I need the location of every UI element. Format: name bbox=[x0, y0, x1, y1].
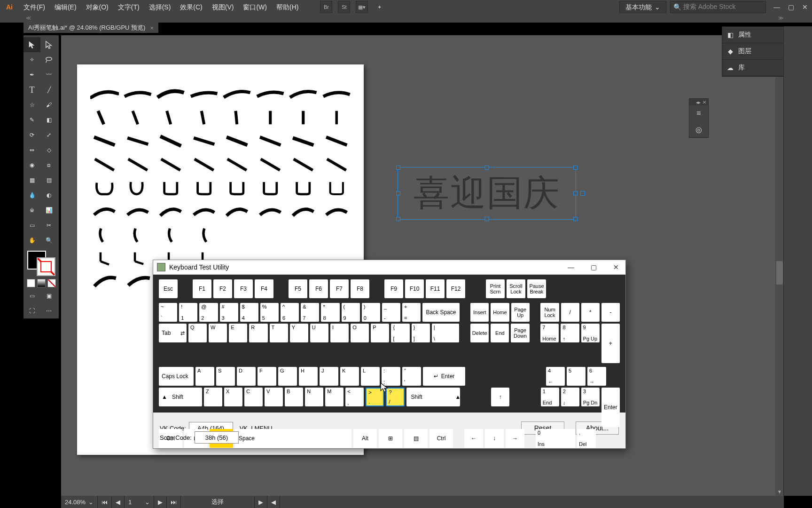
edit-toolbar[interactable]: ⋯ bbox=[40, 303, 57, 318]
lasso-tool[interactable] bbox=[40, 52, 57, 67]
shaper-tool[interactable]: ✎ bbox=[23, 112, 40, 127]
key-f12[interactable]: F12 bbox=[446, 279, 465, 298]
key-home[interactable]: Home bbox=[491, 303, 509, 322]
key-space[interactable]: Space bbox=[235, 429, 351, 448]
key-9[interactable]: (9 bbox=[342, 303, 360, 322]
bridge-icon[interactable]: Br bbox=[320, 1, 332, 13]
key-w[interactable]: W bbox=[209, 324, 227, 342]
hand-tool[interactable]: ✋ bbox=[23, 233, 40, 248]
key-e[interactable]: E bbox=[229, 324, 247, 342]
stock-icon[interactable]: St bbox=[338, 1, 350, 13]
window-close-button[interactable]: ✕ bbox=[798, 2, 812, 12]
key-enter[interactable]: ↵Enter bbox=[423, 367, 465, 386]
fill-stroke-swatch[interactable] bbox=[27, 251, 55, 276]
key-minus[interactable]: _- bbox=[382, 303, 400, 322]
eyedropper-tool[interactable]: 💧 bbox=[23, 188, 40, 203]
kbd-maximize-button[interactable]: ▢ bbox=[584, 261, 603, 274]
panel-layers[interactable]: ◆图层 bbox=[722, 43, 783, 60]
key-b[interactable]: B bbox=[285, 388, 303, 406]
key-bracket-left[interactable]: {[ bbox=[391, 324, 409, 342]
zoom-tool[interactable]: 🔍 bbox=[40, 233, 57, 248]
key-menu[interactable]: ▤ bbox=[404, 429, 428, 448]
workspace-dropdown[interactable]: 基本功能⌄ bbox=[619, 1, 666, 13]
key-backspace[interactable]: Back Space bbox=[422, 303, 459, 322]
key-scrolllock[interactable]: Scroll Lock bbox=[507, 279, 525, 298]
key-printscreen[interactable]: Print Scrn bbox=[486, 279, 505, 298]
key-numpad-9[interactable]: 9Pg Up bbox=[581, 324, 600, 342]
key-i[interactable]: I bbox=[330, 324, 349, 342]
gpu-icon[interactable]: ✦ bbox=[374, 1, 385, 13]
artboard-nav-next[interactable]: ▶ bbox=[154, 496, 167, 508]
key-pause[interactable]: Pause Break bbox=[527, 279, 546, 298]
menu-object[interactable]: 对象(O) bbox=[81, 0, 113, 14]
line-tool[interactable]: ╱ bbox=[40, 82, 57, 97]
color-mode-none[interactable] bbox=[47, 279, 56, 287]
key-c[interactable]: C bbox=[244, 388, 263, 406]
panel-libraries[interactable]: ☁库 bbox=[722, 60, 783, 76]
selection-handle[interactable] bbox=[396, 217, 400, 221]
key-arrow-left[interactable]: ← bbox=[464, 429, 483, 448]
document-tab-close-icon[interactable]: × bbox=[150, 24, 154, 32]
key-6[interactable]: ^6 bbox=[281, 303, 299, 322]
key-tab[interactable]: Tab⇄ bbox=[159, 324, 187, 342]
key-numlock[interactable]: Num Lock bbox=[540, 303, 559, 322]
menu-edit[interactable]: 编辑(E) bbox=[50, 0, 81, 14]
panel-properties[interactable]: ◧属性 bbox=[722, 27, 783, 43]
key-3[interactable]: #3 bbox=[220, 303, 238, 322]
key-period[interactable]: >. bbox=[366, 388, 384, 406]
shape-builder-tool[interactable]: ◉ bbox=[23, 158, 40, 173]
key-numpad-6[interactable]: 6→ bbox=[587, 367, 606, 386]
key-4[interactable]: $4 bbox=[240, 303, 258, 322]
key-y[interactable]: Y bbox=[290, 324, 308, 342]
chevron-right-icon[interactable]: ≫ bbox=[778, 15, 784, 21]
rotate-tool[interactable]: ⟳ bbox=[23, 127, 40, 143]
zoom-dropdown[interactable]: 24.08%⌄ bbox=[61, 496, 98, 508]
selected-text-object[interactable]: 喜迎国庆 bbox=[398, 167, 576, 220]
key-right-alt[interactable]: Alt bbox=[353, 429, 377, 448]
key-numpad-5[interactable]: 5 bbox=[567, 367, 586, 386]
key-f10[interactable]: F10 bbox=[405, 279, 424, 298]
menu-effect[interactable]: 效果(C) bbox=[175, 0, 207, 14]
eraser-tool[interactable]: ◧ bbox=[40, 112, 57, 127]
type-tool[interactable]: T bbox=[23, 82, 40, 97]
selection-handle[interactable] bbox=[485, 166, 489, 170]
stroke-swatch[interactable] bbox=[37, 257, 55, 276]
key-8[interactable]: *8 bbox=[321, 303, 339, 322]
key-h[interactable]: H bbox=[299, 367, 318, 386]
free-transform-tool[interactable]: ◇ bbox=[40, 143, 57, 158]
key-numpad-4[interactable]: 4← bbox=[546, 367, 565, 386]
key-f7[interactable]: F7 bbox=[330, 279, 349, 298]
text-out-port[interactable] bbox=[580, 191, 585, 196]
kbd-titlebar[interactable]: Keyboard Test Utility — ▢ ✕ bbox=[153, 260, 625, 275]
draw-mode-normal[interactable]: ▭ bbox=[23, 288, 40, 303]
scale-tool[interactable]: ⤢ bbox=[40, 127, 57, 143]
key-numpad-0[interactable]: 0Ins bbox=[536, 429, 575, 448]
selection-tool[interactable] bbox=[23, 37, 40, 52]
key-numpad-decimal[interactable]: .Del bbox=[577, 429, 596, 448]
draw-mode-behind[interactable]: ▣ bbox=[40, 288, 57, 303]
key-numpad-8[interactable]: 8↑ bbox=[561, 324, 579, 342]
key-numpad-multiply[interactable]: * bbox=[581, 303, 600, 322]
key-right-shift[interactable]: Shift▲ bbox=[406, 388, 460, 406]
key-capslock[interactable]: Caps Lock bbox=[159, 367, 194, 386]
perspective-tool[interactable]: ⧈ bbox=[40, 158, 57, 173]
menu-view[interactable]: 视图(V) bbox=[207, 0, 239, 14]
key-delete[interactable]: Delete bbox=[470, 324, 489, 342]
key-2[interactable]: @2 bbox=[199, 303, 218, 322]
chevron-left-icon[interactable]: ≪ bbox=[26, 15, 31, 21]
color-mode-gradient[interactable] bbox=[37, 279, 46, 287]
status-scroll-right[interactable]: ▶ bbox=[255, 496, 267, 508]
key-slash[interactable]: ?/ bbox=[386, 388, 404, 406]
key-backslash[interactable]: |\ bbox=[432, 324, 460, 342]
screen-mode[interactable]: ⛶ bbox=[23, 303, 40, 318]
selection-handle[interactable] bbox=[396, 191, 400, 196]
key-insert[interactable]: Insert bbox=[470, 303, 489, 322]
key-numpad-2[interactable]: 2↓ bbox=[561, 388, 579, 406]
curvature-tool[interactable]: 〰 bbox=[40, 67, 57, 82]
selection-handle[interactable] bbox=[573, 217, 578, 221]
selection-handle[interactable] bbox=[396, 166, 400, 170]
key-f11[interactable]: F11 bbox=[426, 279, 445, 298]
selection-handle[interactable] bbox=[573, 166, 578, 170]
magic-wand-tool[interactable]: ✧ bbox=[23, 52, 40, 67]
key-f5[interactable]: F5 bbox=[289, 279, 307, 298]
